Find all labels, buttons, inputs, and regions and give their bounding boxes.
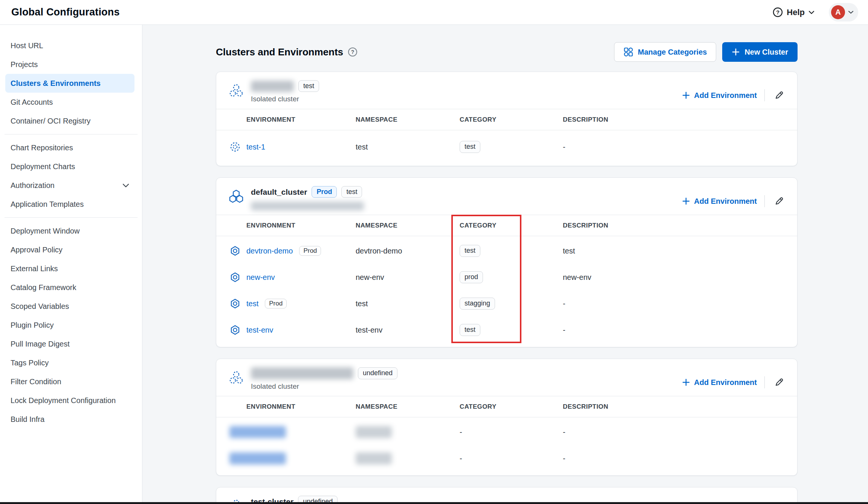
top-header: Global Configurations ? Help A (0, 0, 868, 25)
cluster-card-default_cluster: default_clusterProdtestAdd EnvironmentEN… (216, 177, 798, 347)
redacted-environment-name (229, 426, 286, 438)
cluster-badge-test: test (298, 80, 319, 92)
sidebar-item-scoped-variables[interactable]: Scoped Variables (5, 297, 134, 316)
add-environment-label: Add Environment (694, 378, 757, 387)
env-icon (229, 298, 241, 309)
header-divider (764, 89, 765, 101)
environment-link[interactable]: test (246, 299, 258, 308)
sidebar-item-projects[interactable]: Projects (5, 55, 134, 74)
user-menu[interactable]: A (829, 3, 858, 21)
sidebar-item-label: Tags Policy (11, 359, 49, 367)
sidebar-item-label: Filter Condition (11, 377, 61, 386)
sidebar-item-label: Application Templates (11, 200, 84, 209)
manage-categories-label: Manage Categories (638, 48, 707, 57)
env-icon (229, 272, 241, 283)
category-chip-test: test (460, 141, 480, 153)
sidebar-item-tags-policy[interactable]: Tags Policy (5, 353, 134, 372)
svg-text:?: ? (776, 9, 779, 15)
category-cell: test (460, 245, 563, 257)
sidebar-item-label: Build Infra (11, 415, 44, 424)
sidebar-nav: Host URLProjectsClusters & EnvironmentsG… (0, 25, 142, 504)
sidebar-item-approval-policy[interactable]: Approval Policy (5, 240, 134, 259)
header-divider (764, 376, 765, 388)
column-header-environment: ENVIRONMENT (246, 403, 356, 411)
env-icon (229, 324, 241, 336)
column-header-description: DESCRIPTION (563, 222, 797, 229)
sidebar-item-pull-image-digest[interactable]: Pull Image Digest (5, 334, 134, 353)
categories-grid-icon (623, 47, 633, 57)
sidebar-item-application-templates[interactable]: Application Templates (5, 195, 134, 214)
column-header-namespace: NAMESPACE (356, 403, 460, 411)
sidebar-item-label: Approval Policy (11, 246, 63, 254)
sidebar-item-label: Chart Repositories (11, 144, 73, 152)
svg-text:?: ? (351, 49, 355, 55)
description-cell: new-env (563, 273, 797, 282)
help-chevron-down-icon (808, 11, 815, 14)
edit-cluster-button[interactable] (772, 376, 786, 389)
plus-icon (732, 48, 740, 56)
edit-cluster-button[interactable] (772, 194, 786, 208)
sidebar-item-host-url[interactable]: Host URL (5, 36, 134, 55)
edit-cluster-button[interactable] (772, 89, 786, 102)
sidebar-item-label: Projects (11, 60, 38, 69)
column-header-namespace: NAMESPACE (356, 222, 460, 229)
cluster-badge-undefined: undefined (358, 367, 397, 379)
chevron-down-icon (122, 183, 129, 188)
plus-icon (682, 197, 690, 205)
help-menu[interactable]: ? Help (773, 7, 815, 17)
cluster-badge-prod: Prod (312, 186, 337, 198)
add-environment-label: Add Environment (694, 197, 757, 206)
namespace-cell: test-env (356, 326, 460, 334)
cluster-card-header: testIsolated clusterAdd Environment (216, 72, 797, 109)
sidebar-item-clusters-environments[interactable]: Clusters & Environments (5, 74, 134, 93)
environment-row-devtron-demo: devtron-demoProddevtron-demotesttest (216, 238, 797, 264)
column-header-environment: ENVIRONMENT (246, 116, 356, 124)
help-question-icon: ? (773, 7, 783, 17)
environment-link[interactable]: test-env (246, 326, 273, 334)
redacted-cluster-name (251, 81, 294, 92)
add-environment-button[interactable]: Add Environment (682, 378, 757, 387)
namespace-cell: new-env (356, 273, 460, 282)
redacted-cluster-url (251, 202, 364, 211)
cluster-card-redacted-2: undefinedIsolated clusterAdd Environment… (216, 359, 798, 476)
sidebar-item-authorization[interactable]: Authorization (5, 176, 134, 195)
manage-categories-button[interactable]: Manage Categories (614, 42, 716, 62)
environment-link[interactable]: new-env (246, 273, 275, 282)
plus-icon (682, 91, 690, 99)
sidebar-item-plugin-policy[interactable]: Plugin Policy (5, 316, 134, 334)
avatar: A (831, 5, 845, 19)
environment-link[interactable]: test-1 (246, 143, 265, 151)
environment-row: -- (216, 419, 797, 445)
environment-row-new-env: new-envnew-envprodnew-env (216, 264, 797, 290)
sidebar-item-filter-condition[interactable]: Filter Condition (5, 372, 134, 391)
help-label: Help (787, 8, 805, 17)
sidebar-item-deployment-window[interactable]: Deployment Window (5, 221, 134, 240)
environment-badge-prod: Prod (265, 299, 287, 309)
add-environment-button[interactable]: Add Environment (682, 197, 757, 206)
sidebar-item-container-oci-registry[interactable]: Container/ OCI Registry (5, 111, 134, 130)
isolated-cluster-icon (228, 370, 245, 387)
category-cell: test (460, 141, 563, 153)
sidebar-item-catalog-framework[interactable]: Catalog Framework (5, 278, 134, 297)
cluster-card-header: test-clusterundefinedAdd Environment (216, 487, 797, 504)
environment-link[interactable]: devtron-demo (246, 247, 293, 255)
environments-table-header: ENVIRONMENTNAMESPACECATEGORYDESCRIPTION (216, 396, 797, 417)
environment-badge-prod: Prod (299, 246, 321, 256)
sidebar-item-external-links[interactable]: External Links (5, 259, 134, 278)
category-chip-prod: prod (460, 271, 483, 283)
sidebar-item-git-accounts[interactable]: Git Accounts (5, 93, 134, 111)
sidebar-item-chart-repositories[interactable]: Chart Repositories (5, 138, 134, 157)
sidebar-item-label: Plugin Policy (11, 321, 54, 330)
add-environment-button[interactable]: Add Environment (682, 91, 757, 100)
description-cell: - (563, 143, 797, 151)
page-help-icon[interactable]: ? (348, 47, 358, 57)
isolated-env-icon (229, 141, 241, 153)
sidebar-item-label: External Links (11, 264, 58, 273)
column-header-category: CATEGORY (460, 222, 563, 229)
environment-row-test: testProdteststagging- (216, 290, 797, 317)
new-cluster-button[interactable]: New Cluster (722, 42, 798, 62)
new-cluster-label: New Cluster (744, 48, 788, 57)
sidebar-item-deployment-charts[interactable]: Deployment Charts (5, 157, 134, 176)
sidebar-item-lock-deployment-configuration[interactable]: Lock Deployment Configuration (5, 391, 134, 410)
sidebar-item-build-infra[interactable]: Build Infra (5, 410, 134, 429)
